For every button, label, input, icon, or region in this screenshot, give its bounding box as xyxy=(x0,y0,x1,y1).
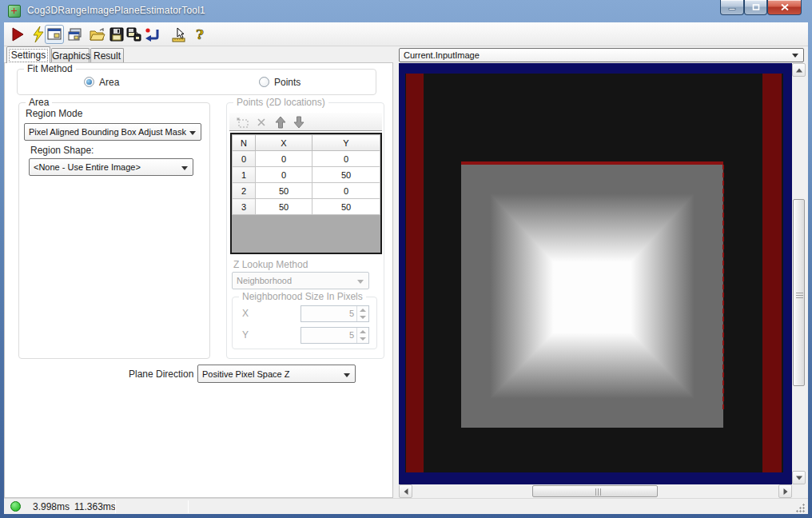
points-table: N X Y 0 0 0 1 0 50 2 xyxy=(230,133,382,254)
delete-point-button xyxy=(253,114,269,130)
height-gradient-plateau xyxy=(479,182,706,410)
save-button[interactable] xyxy=(107,25,126,44)
reset-button[interactable] xyxy=(142,25,161,44)
float-image-pane-button[interactable] xyxy=(66,25,85,44)
green-status-led xyxy=(10,501,21,512)
save-as-icon xyxy=(126,27,142,42)
app-icon xyxy=(8,5,21,18)
fit-method-area-radio[interactable] xyxy=(84,77,94,87)
move-down-button xyxy=(291,114,307,130)
cell-y: 0 xyxy=(312,151,380,167)
red-bar-right xyxy=(762,74,782,472)
range-image xyxy=(405,74,783,472)
region-mode-value: Pixel Aligned Bounding Box Adjust Mask xyxy=(29,127,186,137)
neighborhood-y-label: Y xyxy=(242,329,249,341)
scroll-right-button[interactable] xyxy=(778,484,792,498)
maximize-button[interactable] xyxy=(744,0,767,15)
main-toolbar: ? xyxy=(4,22,808,46)
arrow-left-icon xyxy=(404,488,408,495)
tab-settings[interactable]: Settings xyxy=(6,46,50,63)
plane-direction-value: Positive Pixel Space Z xyxy=(202,369,289,379)
table-row: 0 0 0 xyxy=(233,151,380,167)
fit-method-group-label: Fit Method xyxy=(24,63,76,74)
table-row: 2 50 0 xyxy=(233,183,380,199)
help-icon: ? xyxy=(193,26,206,42)
run-time: 3.998ms xyxy=(33,501,70,512)
horizontal-scrollbar[interactable] xyxy=(399,484,792,498)
fit-method-points-radio[interactable] xyxy=(259,77,269,87)
neighborhood-x-spinner: 5 xyxy=(301,305,369,322)
minimize-icon xyxy=(728,4,736,11)
close-button[interactable] xyxy=(767,0,802,15)
move-down-icon xyxy=(293,116,304,129)
tab-graphics-label: Graphics xyxy=(52,50,90,62)
position-tool-button[interactable] xyxy=(169,25,189,44)
open-button[interactable] xyxy=(88,25,107,44)
settings-tab-page: Fit Method Area Points Area Region Mode … xyxy=(4,62,393,498)
region-mode-select[interactable]: Pixel Aligned Bounding Box Adjust Mask xyxy=(24,123,201,141)
add-point-button xyxy=(234,114,250,130)
close-icon xyxy=(781,4,789,11)
region-mode-label: Region Mode xyxy=(26,108,82,119)
image-pane-icon xyxy=(47,28,62,41)
red-right-edge xyxy=(722,165,724,409)
vertical-scrollbar[interactable] xyxy=(792,63,806,484)
image-source-select[interactable]: Current.InputImage xyxy=(399,48,804,62)
open-folder-icon xyxy=(90,28,105,42)
chevron-down-icon xyxy=(344,373,350,377)
maximize-icon xyxy=(752,4,760,11)
col-header-x: X xyxy=(256,135,312,151)
tab-result[interactable]: Result xyxy=(90,48,124,62)
row-index: 0 xyxy=(233,151,256,167)
cell-x: 0 xyxy=(256,151,312,167)
vertical-scroll-thumb[interactable] xyxy=(793,199,805,386)
run-icon xyxy=(10,27,25,42)
status-bar: 3.998ms 11.363ms xyxy=(4,498,808,514)
show-image-pane-button[interactable] xyxy=(45,25,64,44)
chevron-down-icon xyxy=(189,131,196,135)
points-table-header: N X Y xyxy=(233,135,380,151)
tab-graphics[interactable]: Graphics xyxy=(51,48,90,62)
title-bar[interactable]: Cog3DRangeImagePlaneEstimatorTool1 xyxy=(0,0,812,22)
scroll-left-button[interactable] xyxy=(399,484,412,498)
minimize-button[interactable] xyxy=(720,0,744,15)
image-display[interactable] xyxy=(399,63,806,498)
spinner-buttons xyxy=(356,306,368,321)
run-button[interactable] xyxy=(8,25,27,44)
save-as-button[interactable] xyxy=(125,25,144,44)
resize-grip[interactable] xyxy=(795,503,805,512)
total-time: 11.363ms xyxy=(74,501,116,512)
arrow-up-icon xyxy=(796,68,802,72)
plane-direction-select[interactable]: Positive Pixel Space Z xyxy=(197,365,356,383)
image-viewport[interactable] xyxy=(399,63,792,484)
scrollbar-corner xyxy=(792,484,806,498)
help-button[interactable]: ? xyxy=(190,25,209,44)
neighborhood-group-label: Neighborhood Size In Pixels xyxy=(239,291,366,302)
chevron-down-icon xyxy=(357,280,364,284)
spin-up-icon xyxy=(360,309,366,312)
status-separator xyxy=(188,500,189,513)
fit-method-area-label: Area xyxy=(99,77,119,88)
pointer-ruler-icon xyxy=(171,27,187,42)
row-index: 3 xyxy=(233,199,256,215)
z-lookup-select: Neighborhood xyxy=(232,272,369,289)
cell-y: 0 xyxy=(312,183,380,199)
neighborhood-x-value: 5 xyxy=(349,309,354,318)
cell-y: 50 xyxy=(312,167,380,183)
arrow-right-icon xyxy=(783,488,787,495)
horizontal-scroll-thumb[interactable] xyxy=(532,485,658,497)
tab-settings-label: Settings xyxy=(11,50,46,61)
red-top-edge xyxy=(461,161,723,165)
scroll-down-button[interactable] xyxy=(792,471,806,484)
z-lookup-value: Neighborhood xyxy=(237,276,292,285)
scroll-up-button[interactable] xyxy=(792,63,806,77)
cell-x: 50 xyxy=(256,199,312,215)
table-row: 3 50 50 xyxy=(233,199,380,215)
region-shape-label: Region Shape: xyxy=(30,145,94,156)
neighborhood-size-group: Neighborhood Size In Pixels X 5 Y 5 xyxy=(232,297,377,349)
add-point-icon xyxy=(236,117,249,128)
area-group: Area Region Mode Pixel Aligned Bounding … xyxy=(18,102,210,359)
reset-icon xyxy=(144,27,160,42)
region-shape-select[interactable]: <None - Use Entire Image> xyxy=(29,158,193,176)
z-lookup-label: Z Lookup Method xyxy=(233,259,308,270)
